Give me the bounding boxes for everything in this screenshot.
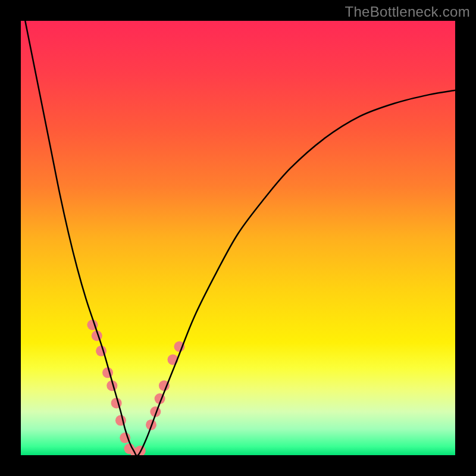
chart-svg-layer: [21, 21, 455, 455]
marker-dot: [135, 446, 146, 455]
watermark-label: TheBottleneck.com: [345, 4, 470, 20]
plot-area: [21, 21, 455, 455]
marker-dots-group: [87, 320, 184, 455]
marker-dot: [102, 367, 113, 378]
chart-outer-frame: TheBottleneck.com: [0, 0, 476, 476]
bottleneck-curve: [25, 21, 455, 455]
marker-dot: [111, 397, 122, 408]
